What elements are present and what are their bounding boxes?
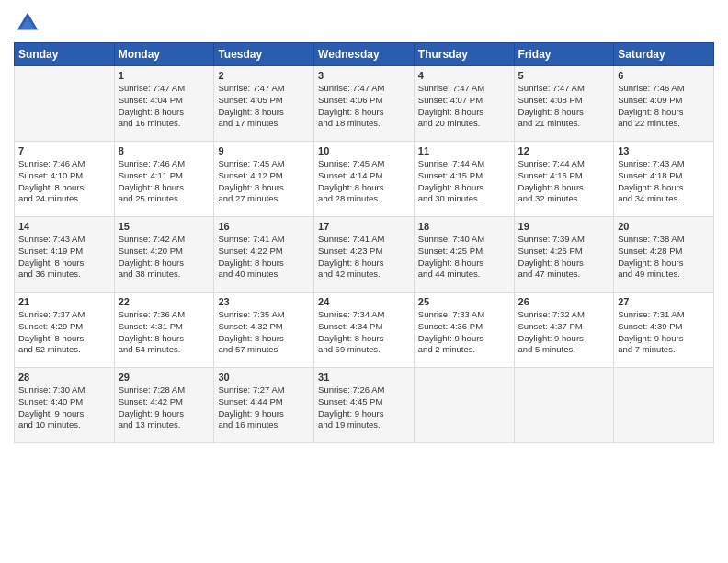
cell-content: Sunrise: 7:44 AM Sunset: 4:15 PM Dayligh… xyxy=(418,158,510,205)
calendar-cell: 6Sunrise: 7:46 AM Sunset: 4:09 PM Daylig… xyxy=(614,66,714,142)
day-number: 21 xyxy=(18,296,110,307)
calendar-cell: 2Sunrise: 7:47 AM Sunset: 4:05 PM Daylig… xyxy=(214,66,314,142)
calendar-cell: 15Sunrise: 7:42 AM Sunset: 4:20 PM Dayli… xyxy=(114,217,214,293)
calendar-cell: 7Sunrise: 7:46 AM Sunset: 4:10 PM Daylig… xyxy=(15,142,115,217)
day-number: 20 xyxy=(618,221,710,232)
calendar-cell: 26Sunrise: 7:32 AM Sunset: 4:37 PM Dayli… xyxy=(514,293,614,368)
day-header-sunday: Sunday xyxy=(15,43,115,66)
day-number: 8 xyxy=(119,145,210,156)
cell-content: Sunrise: 7:43 AM Sunset: 4:19 PM Dayligh… xyxy=(18,234,110,281)
day-number: 1 xyxy=(119,70,210,81)
day-header-monday: Monday xyxy=(114,43,214,66)
calendar-week-row: 28Sunrise: 7:30 AM Sunset: 4:40 PM Dayli… xyxy=(15,368,714,443)
logo xyxy=(14,9,45,37)
day-header-thursday: Thursday xyxy=(414,43,514,66)
day-number: 31 xyxy=(318,372,410,383)
day-number: 19 xyxy=(518,221,610,232)
day-number: 9 xyxy=(218,145,310,156)
cell-content: Sunrise: 7:27 AM Sunset: 4:44 PM Dayligh… xyxy=(218,385,310,431)
cell-content: Sunrise: 7:30 AM Sunset: 4:40 PM Dayligh… xyxy=(18,385,110,431)
logo-icon xyxy=(14,9,41,37)
day-number: 7 xyxy=(18,145,110,156)
day-number: 24 xyxy=(318,296,410,307)
calendar-cell xyxy=(514,368,614,443)
calendar-cell: 30Sunrise: 7:27 AM Sunset: 4:44 PM Dayli… xyxy=(214,368,314,443)
cell-content: Sunrise: 7:46 AM Sunset: 4:09 PM Dayligh… xyxy=(618,83,710,130)
day-number: 22 xyxy=(119,296,210,307)
cell-content: Sunrise: 7:46 AM Sunset: 4:11 PM Dayligh… xyxy=(119,158,210,205)
day-number: 27 xyxy=(618,296,710,307)
calendar-cell: 13Sunrise: 7:43 AM Sunset: 4:18 PM Dayli… xyxy=(614,142,714,217)
cell-content: Sunrise: 7:47 AM Sunset: 4:05 PM Dayligh… xyxy=(218,83,310,130)
cell-content: Sunrise: 7:31 AM Sunset: 4:39 PM Dayligh… xyxy=(618,309,710,356)
day-header-friday: Friday xyxy=(514,43,614,66)
day-number: 4 xyxy=(418,70,510,81)
calendar-cell: 16Sunrise: 7:41 AM Sunset: 4:22 PM Dayli… xyxy=(214,217,314,293)
cell-content: Sunrise: 7:47 AM Sunset: 4:06 PM Dayligh… xyxy=(318,83,410,130)
day-number: 29 xyxy=(119,372,210,383)
day-number: 26 xyxy=(518,296,610,307)
cell-content: Sunrise: 7:44 AM Sunset: 4:16 PM Dayligh… xyxy=(518,158,610,205)
day-number: 16 xyxy=(218,221,310,232)
calendar-cell: 12Sunrise: 7:44 AM Sunset: 4:16 PM Dayli… xyxy=(514,142,614,217)
cell-content: Sunrise: 7:43 AM Sunset: 4:18 PM Dayligh… xyxy=(618,158,710,205)
calendar-cell: 4Sunrise: 7:47 AM Sunset: 4:07 PM Daylig… xyxy=(414,66,514,142)
calendar-cell: 20Sunrise: 7:38 AM Sunset: 4:28 PM Dayli… xyxy=(614,217,714,293)
day-header-wednesday: Wednesday xyxy=(314,43,415,66)
calendar-week-row: 14Sunrise: 7:43 AM Sunset: 4:19 PM Dayli… xyxy=(15,217,714,293)
calendar-header-row: SundayMondayTuesdayWednesdayThursdayFrid… xyxy=(15,43,714,66)
calendar-cell: 31Sunrise: 7:26 AM Sunset: 4:45 PM Dayli… xyxy=(314,368,415,443)
calendar-cell: 8Sunrise: 7:46 AM Sunset: 4:11 PM Daylig… xyxy=(114,142,214,217)
cell-content: Sunrise: 7:40 AM Sunset: 4:25 PM Dayligh… xyxy=(418,234,510,281)
calendar-cell: 27Sunrise: 7:31 AM Sunset: 4:39 PM Dayli… xyxy=(614,293,714,368)
day-number: 6 xyxy=(618,70,710,81)
calendar-week-row: 7Sunrise: 7:46 AM Sunset: 4:10 PM Daylig… xyxy=(15,142,714,217)
page-container: SundayMondayTuesdayWednesdayThursdayFrid… xyxy=(0,0,728,448)
cell-content: Sunrise: 7:47 AM Sunset: 4:07 PM Dayligh… xyxy=(418,83,510,130)
calendar-cell: 24Sunrise: 7:34 AM Sunset: 4:34 PM Dayli… xyxy=(314,293,415,368)
calendar-cell: 28Sunrise: 7:30 AM Sunset: 4:40 PM Dayli… xyxy=(15,368,115,443)
day-number: 12 xyxy=(518,145,610,156)
day-header-saturday: Saturday xyxy=(614,43,714,66)
calendar-cell: 9Sunrise: 7:45 AM Sunset: 4:12 PM Daylig… xyxy=(214,142,314,217)
cell-content: Sunrise: 7:37 AM Sunset: 4:29 PM Dayligh… xyxy=(18,309,110,356)
calendar-cell: 1Sunrise: 7:47 AM Sunset: 4:04 PM Daylig… xyxy=(114,66,214,142)
day-number: 13 xyxy=(618,145,710,156)
header xyxy=(14,9,714,37)
calendar-cell xyxy=(15,66,115,142)
cell-content: Sunrise: 7:47 AM Sunset: 4:08 PM Dayligh… xyxy=(518,83,610,130)
cell-content: Sunrise: 7:41 AM Sunset: 4:22 PM Dayligh… xyxy=(218,234,310,281)
cell-content: Sunrise: 7:45 AM Sunset: 4:14 PM Dayligh… xyxy=(318,158,410,205)
cell-content: Sunrise: 7:26 AM Sunset: 4:45 PM Dayligh… xyxy=(318,385,410,431)
cell-content: Sunrise: 7:32 AM Sunset: 4:37 PM Dayligh… xyxy=(518,309,610,356)
day-number: 2 xyxy=(218,70,310,81)
cell-content: Sunrise: 7:36 AM Sunset: 4:31 PM Dayligh… xyxy=(119,309,210,356)
calendar-cell: 11Sunrise: 7:44 AM Sunset: 4:15 PM Dayli… xyxy=(414,142,514,217)
day-number: 11 xyxy=(418,145,510,156)
cell-content: Sunrise: 7:46 AM Sunset: 4:10 PM Dayligh… xyxy=(18,158,110,205)
calendar-cell: 14Sunrise: 7:43 AM Sunset: 4:19 PM Dayli… xyxy=(15,217,115,293)
calendar-cell xyxy=(614,368,714,443)
day-number: 14 xyxy=(18,221,110,232)
day-number: 28 xyxy=(18,372,110,383)
cell-content: Sunrise: 7:45 AM Sunset: 4:12 PM Dayligh… xyxy=(218,158,310,205)
day-number: 25 xyxy=(418,296,510,307)
cell-content: Sunrise: 7:39 AM Sunset: 4:26 PM Dayligh… xyxy=(518,234,610,281)
calendar-cell: 21Sunrise: 7:37 AM Sunset: 4:29 PM Dayli… xyxy=(15,293,115,368)
calendar-week-row: 1Sunrise: 7:47 AM Sunset: 4:04 PM Daylig… xyxy=(15,66,714,142)
calendar-cell xyxy=(414,368,514,443)
cell-content: Sunrise: 7:47 AM Sunset: 4:04 PM Dayligh… xyxy=(119,83,210,130)
cell-content: Sunrise: 7:41 AM Sunset: 4:23 PM Dayligh… xyxy=(318,234,410,281)
cell-content: Sunrise: 7:42 AM Sunset: 4:20 PM Dayligh… xyxy=(119,234,210,281)
calendar-cell: 5Sunrise: 7:47 AM Sunset: 4:08 PM Daylig… xyxy=(514,66,614,142)
day-number: 3 xyxy=(318,70,410,81)
day-number: 23 xyxy=(218,296,310,307)
cell-content: Sunrise: 7:38 AM Sunset: 4:28 PM Dayligh… xyxy=(618,234,710,281)
day-number: 5 xyxy=(518,70,610,81)
calendar-cell: 23Sunrise: 7:35 AM Sunset: 4:32 PM Dayli… xyxy=(214,293,314,368)
calendar-table: SundayMondayTuesdayWednesdayThursdayFrid… xyxy=(14,42,714,443)
day-number: 18 xyxy=(418,221,510,232)
cell-content: Sunrise: 7:28 AM Sunset: 4:42 PM Dayligh… xyxy=(119,385,210,431)
cell-content: Sunrise: 7:35 AM Sunset: 4:32 PM Dayligh… xyxy=(218,309,310,356)
cell-content: Sunrise: 7:33 AM Sunset: 4:36 PM Dayligh… xyxy=(418,309,510,356)
